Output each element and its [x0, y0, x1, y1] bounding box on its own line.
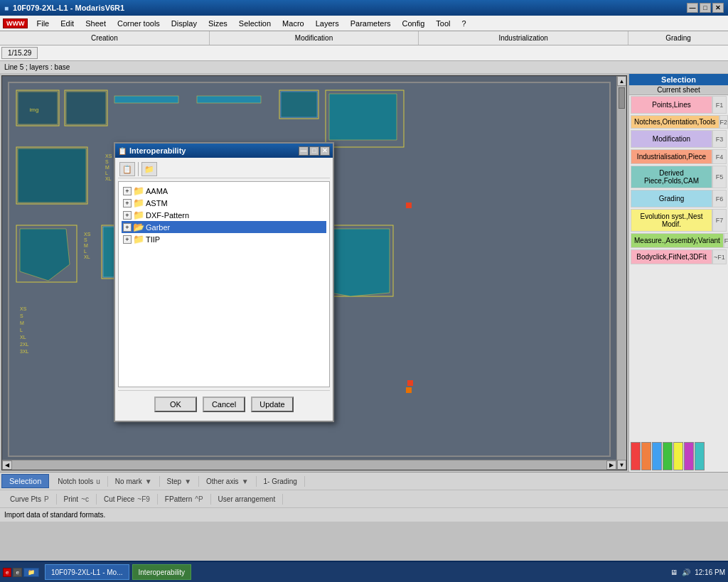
menu-sheet[interactable]: Sheet [80, 18, 112, 29]
maximize-button[interactable]: □ [700, 3, 711, 13]
dialog-controls[interactable]: — □ ✕ [299, 146, 330, 156]
scroll-up-arrow[interactable]: ▲ [617, 76, 626, 86]
f8-label[interactable]: Measure.,Assembly,Variant [631, 233, 724, 248]
f7-label[interactable]: Evolution syst.,Nest Modif. [631, 209, 712, 232]
tree-item-garber[interactable]: + 📂 Garber [122, 221, 326, 233]
fpattern-key: ^P [195, 495, 203, 503]
menu-parameters[interactable]: Parameters [345, 18, 397, 29]
f6-label[interactable]: Grading [631, 190, 712, 208]
grade-strip-6 [684, 442, 694, 470]
tree-item-astm[interactable]: + 📁 ASTM [122, 197, 326, 209]
grading-strips [629, 265, 728, 472]
dialog-tool-btn-2[interactable]: 📁 [141, 162, 157, 176]
notch-tools-item[interactable]: Notch tools u [50, 476, 108, 487]
menu-tool[interactable]: Tool [430, 18, 456, 29]
fn-button-f8[interactable]: Measure.,Assembly,Variant F8 [631, 233, 727, 248]
svg-text:S: S [20, 313, 23, 318]
info-bar: Line 5 ; layers : base [0, 61, 728, 74]
cut-piece-item[interactable]: Cut Piece ~F9 [97, 494, 158, 505]
print-item[interactable]: Print ~c [57, 494, 97, 505]
tree-label-dxf[interactable]: DXF-Pattern [146, 211, 189, 220]
fn-button-f4[interactable]: Industrialisation,Piece F4 [631, 149, 727, 164]
tree-area[interactable]: + 📁 AAMA + 📁 ASTM + 📁 DXF-Pattern [118, 181, 330, 387]
menu-macro[interactable]: Macro [277, 18, 310, 29]
dialog-tool-btn-1[interactable]: 📋 [119, 162, 135, 176]
scroll-left-arrow[interactable]: ◀ [2, 460, 12, 470]
tree-label-astm[interactable]: ASTM [146, 199, 168, 208]
tree-label-garber[interactable]: Garber [146, 223, 170, 232]
menu-selection[interactable]: Selection [233, 18, 277, 29]
interoperability-dialog[interactable]: 📋 Interoperability — □ ✕ 📋 📁 + [114, 142, 334, 422]
f2-label[interactable]: Notches,Orientation,Tools [631, 115, 719, 129]
dialog-maximize-btn[interactable]: □ [309, 146, 319, 156]
dialog-minimize-btn[interactable]: — [299, 146, 309, 156]
fn-button-f1[interactable]: Points,Lines F1 [631, 96, 727, 114]
tilde-f1-key: ~F1 [712, 249, 727, 264]
tree-label-tiip[interactable]: TIIP [146, 235, 160, 244]
vscrollbar[interactable]: ▲ ▼ [616, 76, 626, 470]
tree-toggle-tiip[interactable]: + [123, 235, 132, 244]
fn-button-f2[interactable]: Notches,Orientation,Tools F2 [631, 115, 727, 129]
menu-display[interactable]: Display [166, 18, 203, 29]
tree-toggle-garber[interactable]: + [123, 223, 132, 232]
hscrollbar[interactable]: ◀ ▶ [2, 460, 616, 470]
user-arrangement-item[interactable]: User arrangement [211, 494, 284, 505]
down-arrow-1: ▼ [145, 478, 152, 485]
dialog-ok-button[interactable]: OK [154, 397, 197, 412]
close-button[interactable]: ✕ [712, 3, 724, 13]
titlebar-controls[interactable]: — □ ✕ [687, 3, 724, 13]
tab-row: 1/15.29 [0, 45, 728, 61]
f1-label[interactable]: Points,Lines [631, 96, 712, 114]
other-axis-item[interactable]: Other axis ▼ [199, 476, 256, 487]
menu-file[interactable]: File [31, 18, 55, 29]
taskbar-ie[interactable]: e [13, 568, 21, 577]
fpattern-item[interactable]: FPattern ^P [158, 494, 211, 505]
taskbar-modaris-btn[interactable]: 10F079-2XL-L1 - Mo... [45, 564, 129, 580]
curve-pts-item[interactable]: Curve Pts P [3, 494, 57, 505]
fn-button-f7[interactable]: Evolution syst.,Nest Modif. F7 [631, 209, 727, 232]
dialog-close-btn[interactable]: ✕ [320, 146, 330, 156]
menu-layers[interactable]: Layers [310, 18, 345, 29]
svg-text:2XL: 2XL [20, 342, 29, 347]
fn-button-tilde-f1[interactable]: Bodyclick,FitNet,3DFit ~F1 [631, 249, 727, 264]
scroll-down-arrow[interactable]: ▼ [617, 460, 626, 470]
tree-item-dxf[interactable]: + 📁 DXF-Pattern [122, 209, 326, 221]
no-mark-item[interactable]: No mark ▼ [108, 476, 160, 487]
f3-label[interactable]: Modification [631, 130, 712, 148]
tree-item-tiip[interactable]: + 📁 TIIP [122, 233, 326, 245]
f5-label[interactable]: Derived Piece,Folds,CAM [631, 166, 712, 188]
dialog-cancel-button[interactable]: Cancel [203, 397, 245, 412]
dialog-title-area: 📋 Interoperability [118, 146, 186, 155]
dialog-update-button[interactable]: Update [251, 397, 294, 412]
fn-button-f5[interactable]: Derived Piece,Folds,CAM F5 [631, 166, 727, 188]
taskbar-folder[interactable]: 📁 [23, 568, 39, 577]
sheet-tab[interactable]: 1/15.29 [1, 47, 38, 59]
minimize-button[interactable]: — [687, 3, 698, 13]
f4-label[interactable]: Industrialisation,Piece [631, 149, 712, 164]
toolbar-creation-label: Creation [0, 31, 210, 45]
tree-toggle-aama[interactable]: + [123, 187, 132, 195]
scroll-thumb[interactable] [619, 87, 625, 109]
dialog-body: 📋 📁 + 📁 AAMA + 📁 ASTM [115, 158, 333, 421]
fn-button-f3[interactable]: Modification F3 [631, 130, 727, 148]
step-item[interactable]: Step ▼ [160, 476, 199, 487]
selection-tab[interactable]: Selection [1, 474, 49, 488]
tilde-f1-label[interactable]: Bodyclick,FitNet,3DFit [631, 249, 712, 264]
scroll-right-arrow[interactable]: ▶ [606, 460, 616, 470]
svg-rect-59 [406, 203, 412, 208]
tree-label-aama[interactable]: AAMA [146, 187, 168, 195]
toolbar-modification-label: Modification [210, 31, 419, 45]
grading-item[interactable]: 1- Grading [257, 476, 305, 487]
menu-help[interactable]: ? [456, 18, 472, 29]
tree-item-aama[interactable]: + 📁 AAMA [122, 185, 326, 197]
tree-toggle-dxf[interactable]: + [123, 211, 132, 220]
tree-toggle-astm[interactable]: + [123, 199, 132, 208]
taskbar-interop-btn[interactable]: Interoperability [132, 564, 192, 580]
menu-config[interactable]: Config [397, 18, 431, 29]
grade-strip-4 [663, 442, 673, 470]
menu-edit[interactable]: Edit [55, 18, 80, 29]
f7-key: F7 [712, 209, 727, 232]
fn-button-f6[interactable]: Grading F6 [631, 190, 727, 208]
menu-corner-tools[interactable]: Corner tools [112, 18, 166, 29]
menu-sizes[interactable]: Sizes [203, 18, 233, 29]
